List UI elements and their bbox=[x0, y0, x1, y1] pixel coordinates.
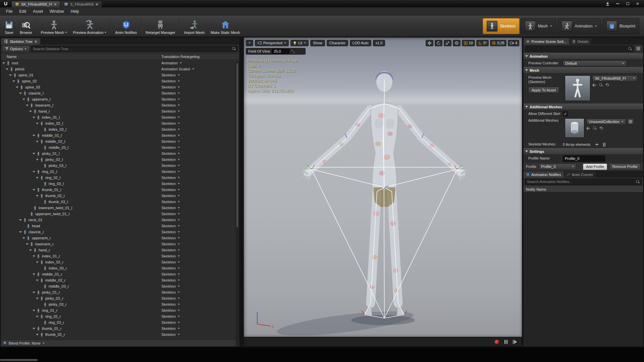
profile-dropdown[interactable]: Profile_0 bbox=[539, 164, 576, 170]
grid-snap-button[interactable]: 10 bbox=[462, 40, 475, 46]
retargeting-dropdown[interactable]: Skeleton bbox=[161, 103, 180, 107]
expander-icon[interactable] bbox=[26, 104, 29, 107]
expander-icon[interactable] bbox=[33, 170, 36, 173]
skeleton-tree-row[interactable]: spine_03 Skeleton bbox=[1, 84, 239, 90]
expander-icon[interactable] bbox=[36, 333, 39, 336]
expander-icon[interactable] bbox=[33, 309, 36, 312]
bottom-scrollbar-thumb[interactable] bbox=[0, 359, 38, 361]
skeleton-tree-row[interactable]: middle_01_l Skeleton bbox=[1, 132, 239, 138]
make-static-mesh-button[interactable]: Make Static Mesh bbox=[208, 16, 243, 36]
skeleton-tree-row[interactable]: head Skeleton bbox=[1, 223, 239, 229]
column-translation-retargeting[interactable]: Translation Retargeting bbox=[161, 55, 200, 59]
retargeting-dropdown[interactable]: Skeleton bbox=[161, 85, 180, 89]
expander-icon[interactable] bbox=[39, 267, 42, 270]
coordinate-system-button[interactable] bbox=[453, 40, 461, 46]
preview-animation-button[interactable]: Preview Animation bbox=[70, 16, 110, 36]
skeleton-tree-row[interactable]: thumb_02_r Skeleton bbox=[1, 331, 239, 338]
retargeting-dropdown[interactable]: Skeleton bbox=[161, 333, 180, 337]
window-tab-s-frobot[interactable]: S_FRobotR68 bbox=[60, 1, 102, 7]
chevron-down-icon[interactable] bbox=[104, 32, 106, 33]
lit-mode-button[interactable]: Lit bbox=[290, 40, 309, 46]
blend-profile-bar[interactable]: Blend Profile: None bbox=[1, 340, 239, 346]
expander-icon[interactable] bbox=[36, 140, 39, 143]
skeleton-tree-row[interactable]: thumb_01_l Skeleton bbox=[1, 187, 239, 193]
close-tab-icon[interactable] bbox=[54, 3, 57, 6]
expander-icon[interactable] bbox=[29, 206, 32, 209]
expander-icon[interactable] bbox=[33, 152, 36, 155]
retargeting-dropdown[interactable]: Skeleton bbox=[161, 254, 180, 258]
skeleton-tree-row[interactable]: ring_02_l Skeleton bbox=[1, 175, 239, 181]
expander-icon[interactable] bbox=[29, 110, 32, 113]
menu-help[interactable]: Help bbox=[67, 9, 83, 14]
preview-viewport[interactable]: Perspective Lit Show Character LOD Auto … bbox=[244, 38, 522, 337]
record-button[interactable] bbox=[494, 340, 499, 344]
skeleton-tree-search[interactable] bbox=[31, 46, 238, 52]
notify-name-header[interactable]: Notify Name bbox=[524, 186, 643, 192]
options-button[interactable]: Options bbox=[2, 46, 30, 52]
expander-icon[interactable] bbox=[16, 86, 19, 89]
retargeting-dropdown[interactable]: Skeleton bbox=[161, 182, 180, 186]
expander-icon[interactable] bbox=[33, 116, 36, 119]
close-button[interactable] bbox=[633, 1, 642, 6]
retargeting-dropdown[interactable]: Animation bbox=[161, 61, 182, 65]
retargeting-dropdown[interactable]: Skeleton bbox=[161, 139, 180, 143]
retargeting-dropdown[interactable]: Skeleton bbox=[161, 230, 180, 234]
chevron-down-icon[interactable] bbox=[595, 25, 597, 27]
expander-icon[interactable] bbox=[2, 62, 5, 65]
skeleton-tree-row[interactable]: pinky_03_l Skeleton bbox=[1, 163, 239, 169]
skeleton-tree-row[interactable]: middle_03_l Skeleton bbox=[1, 144, 239, 150]
section-additional-meshes[interactable]: Additional Meshes bbox=[524, 104, 643, 110]
camera-speed-button[interactable]: 4 bbox=[508, 40, 519, 46]
retargeting-dropdown[interactable]: Skeleton bbox=[161, 302, 180, 306]
retargeting-dropdown[interactable]: Skeleton bbox=[161, 133, 180, 137]
preview-controller-dropdown[interactable]: Default bbox=[563, 60, 627, 66]
expander-icon[interactable] bbox=[39, 303, 42, 306]
minimize-button[interactable] bbox=[613, 1, 622, 6]
menu-asset[interactable]: Asset bbox=[30, 9, 46, 14]
allow-different-skeletons-checkbox[interactable] bbox=[563, 111, 568, 116]
browse-to-asset-icon[interactable] bbox=[593, 126, 597, 130]
expander-icon[interactable] bbox=[19, 231, 22, 234]
retargeting-dropdown[interactable]: Skeleton bbox=[161, 127, 180, 131]
additional-meshes-thumbnail[interactable] bbox=[565, 118, 584, 138]
retarget-manager-button[interactable]: Retarget Manager bbox=[143, 16, 178, 36]
close-tab-icon[interactable] bbox=[35, 40, 37, 43]
apply-to-asset-button[interactable]: Apply To Asset bbox=[528, 87, 559, 93]
save-button[interactable]: Save bbox=[1, 16, 17, 36]
expander-icon[interactable] bbox=[12, 80, 15, 83]
retargeting-dropdown[interactable]: Skeleton bbox=[161, 176, 180, 180]
skeleton-tree-row[interactable]: index_03_r Skeleton bbox=[1, 265, 239, 271]
retargeting-dropdown[interactable]: Skeleton bbox=[161, 200, 180, 204]
retargeting-dropdown[interactable]: Skeleton bbox=[161, 121, 180, 125]
viewport-options-button[interactable] bbox=[246, 40, 253, 46]
expander-icon[interactable] bbox=[39, 128, 42, 131]
expander-icon[interactable] bbox=[33, 134, 36, 137]
mode-mesh-button[interactable]: Mesh bbox=[521, 18, 556, 34]
anim-notifies-button[interactable]: Anim Notifies bbox=[112, 16, 140, 36]
view-options-button[interactable] bbox=[635, 46, 642, 52]
chevron-down-icon[interactable] bbox=[65, 32, 67, 33]
retargeting-dropdown[interactable]: Skeleton bbox=[161, 158, 180, 162]
expander-icon[interactable] bbox=[26, 213, 29, 216]
window-tab-sk-frobot[interactable]: SK_FRobotR68_Fl bbox=[11, 1, 60, 7]
remove-profile-button[interactable]: Remove Profile bbox=[609, 164, 641, 170]
expander-icon[interactable] bbox=[36, 158, 39, 161]
mode-animation-button[interactable]: Animation bbox=[557, 18, 601, 34]
details-search[interactable] bbox=[525, 46, 634, 52]
skeleton-tree-row[interactable]: ring_01_r Skeleton bbox=[1, 307, 239, 313]
retargeting-dropdown[interactable]: Skeleton bbox=[161, 73, 180, 77]
expander-icon[interactable] bbox=[22, 98, 25, 101]
expander-icon[interactable] bbox=[33, 291, 36, 294]
expander-icon[interactable] bbox=[26, 243, 29, 246]
chevron-down-icon[interactable] bbox=[550, 25, 552, 27]
skeleton-tree-row[interactable]: ring_01_l Skeleton bbox=[1, 169, 239, 175]
skeleton-tree-row[interactable]: upperarm_r Skeleton bbox=[1, 235, 239, 241]
skeleton-tree-row[interactable]: index_01_l Skeleton bbox=[1, 114, 239, 120]
browse-to-asset-icon[interactable] bbox=[599, 83, 603, 87]
skeleton-tree-row[interactable]: index_03_l Skeleton bbox=[1, 126, 239, 132]
retargeting-dropdown[interactable]: Skeleton bbox=[161, 79, 180, 83]
skeleton-tree-row[interactable]: spine_02 Skeleton bbox=[1, 78, 239, 84]
close-tab-icon[interactable] bbox=[96, 3, 98, 6]
skeleton-tree-row[interactable]: pinky_02_l Skeleton bbox=[1, 157, 239, 163]
retargeting-dropdown[interactable]: Skeleton bbox=[161, 109, 180, 113]
